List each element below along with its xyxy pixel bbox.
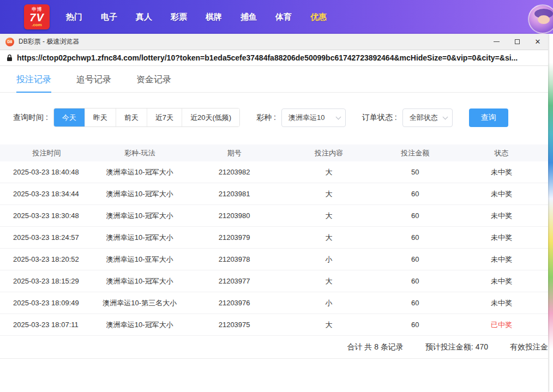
nav-item-fishing[interactable]: 捕鱼 <box>241 12 257 22</box>
cell-issue: 21203980 <box>187 212 282 220</box>
cell-bet-content: 大 <box>282 276 376 286</box>
cell-bet-time: 2025-03-23 18:09:49 <box>0 299 93 307</box>
site-nav: 热门 电子 真人 彩票 棋牌 捕鱼 体育 优惠 <box>66 12 327 22</box>
tab-bet-records[interactable]: 投注记录 <box>16 66 51 93</box>
cell-status: 未中奖 <box>455 276 548 286</box>
nav-item-lottery[interactable]: 彩票 <box>171 12 187 22</box>
cell-bet-content: 小 <box>282 298 376 308</box>
address-bar[interactable]: https://ctop02pchwp1.zfnc84.com/lottery/… <box>0 50 548 66</box>
header-game-play: 彩种-玩法 <box>93 148 187 158</box>
screen: 申博 7V .com 热门 电子 真人 彩票 棋牌 捕鱼 体育 优惠 D8 DB… <box>0 0 553 392</box>
url-text[interactable]: https://ctop02pchwp1.zfnc84.com/lottery/… <box>17 53 518 62</box>
summary-expected-amount: 预计投注金额: 470 <box>425 342 488 352</box>
nav-item-promo[interactable]: 优惠 <box>310 12 327 22</box>
browser-window: D8 DB彩票 - 极速浏览器 ✕ https://ctop02pchwp1.z… <box>0 34 548 392</box>
order-status-value: 全部状态 <box>410 113 438 123</box>
record-tabs: 投注记录 追号记录 资金记录 <box>0 66 548 93</box>
summary-valid-amount: 有效投注金额 <box>510 342 548 352</box>
cell-bet-content: 大 <box>282 233 376 243</box>
nav-item-sports[interactable]: 体育 <box>275 12 292 22</box>
tab-fund-records[interactable]: 资金记录 <box>136 66 171 93</box>
close-button[interactable]: ✕ <box>527 34 548 50</box>
lottery-select[interactable]: 澳洲幸运10 <box>281 108 346 127</box>
summary-total: 合计 共 8 条记录 <box>347 342 403 352</box>
cell-issue: 21203982 <box>187 168 282 176</box>
order-status-select[interactable]: 全部状态 <box>402 108 453 127</box>
status-filter-label: 订单状态 : <box>362 113 397 123</box>
cell-bet-content: 小 <box>282 255 376 264</box>
maximize-button[interactable] <box>507 34 527 50</box>
lottery-select-value: 澳洲幸运10 <box>288 113 324 123</box>
cell-bet-content: 大 <box>282 167 376 177</box>
cell-bet-amount: 60 <box>375 277 455 285</box>
cell-game-play: 澳洲幸运10-冠军大小 <box>93 320 187 330</box>
time-option-yesterday[interactable]: 昨天 <box>85 108 116 126</box>
cell-bet-time: 2025-03-23 18:40:48 <box>0 168 93 176</box>
table-header: 投注时间 彩种-玩法 期号 投注内容 投注金额 状态 <box>0 144 548 161</box>
cell-bet-time: 2025-03-23 18:24:57 <box>0 233 93 242</box>
cell-bet-amount: 60 <box>375 190 455 198</box>
cell-bet-time: 2025-03-23 18:34:44 <box>0 190 93 198</box>
table-row: 2025-03-23 18:07:11 澳洲幸运10-冠军大小 21203975… <box>0 314 548 336</box>
cell-bet-time: 2025-03-23 18:30:48 <box>0 212 93 220</box>
table-row: 2025-03-23 18:30:48 澳洲幸运10-冠军大小 21203980… <box>0 205 548 227</box>
cell-issue: 21203976 <box>187 299 282 307</box>
lottery-filter-label: 彩种 : <box>256 113 276 123</box>
time-option-20days[interactable]: 近20天(低频) <box>182 108 239 126</box>
minimize-icon <box>494 41 500 42</box>
cell-status: 未中奖 <box>455 233 548 243</box>
maximize-icon <box>515 39 520 44</box>
table-row: 2025-03-23 18:24:57 澳洲幸运10-冠军大小 21203979… <box>0 227 548 249</box>
page-content: 投注记录 追号记录 资金记录 查询时间 : 今天 昨天 前天 近7天 近20天(… <box>0 66 548 392</box>
close-icon: ✕ <box>535 38 541 45</box>
logo-main-text: 7V <box>29 12 44 23</box>
background-page-sliver <box>548 34 553 392</box>
tab-chase-records[interactable]: 追号记录 <box>76 66 111 93</box>
nav-item-chess[interactable]: 棋牌 <box>206 12 222 22</box>
cell-status: 已中奖 <box>455 320 548 330</box>
cell-issue: 21203978 <box>187 255 282 263</box>
cell-bet-time: 2025-03-23 18:15:29 <box>0 277 93 285</box>
cell-game-play: 澳洲幸运10-冠军大小 <box>93 189 187 199</box>
time-filter-label: 查询时间 : <box>13 113 48 123</box>
cell-status: 未中奖 <box>455 167 548 177</box>
cell-bet-amount: 60 <box>375 212 455 220</box>
minimize-button[interactable] <box>486 34 507 50</box>
search-button[interactable]: 查询 <box>469 108 508 127</box>
nav-item-live[interactable]: 真人 <box>136 12 152 22</box>
time-filter-group: 今天 昨天 前天 近7天 近20天(低频) <box>53 108 240 127</box>
time-option-7days[interactable]: 近7天 <box>147 108 182 126</box>
cell-issue: 21203979 <box>187 233 282 242</box>
lock-icon <box>7 54 13 62</box>
cell-bet-amount: 60 <box>375 321 455 329</box>
cell-status: 未中奖 <box>455 189 548 199</box>
site-topbar: 申博 7V .com 热门 电子 真人 彩票 棋牌 捕鱼 体育 优惠 <box>0 0 553 34</box>
time-option-today[interactable]: 今天 <box>54 108 85 126</box>
cell-bet-amount: 60 <box>375 233 455 242</box>
time-option-day-before[interactable]: 前天 <box>116 108 147 126</box>
filter-row: 查询时间 : 今天 昨天 前天 近7天 近20天(低频) 彩种 : 澳洲幸运10… <box>13 108 548 127</box>
site-logo[interactable]: 申博 7V .com <box>24 4 50 29</box>
table-row: 2025-03-23 18:40:48 澳洲幸运10-冠军大小 21203982… <box>0 161 548 183</box>
cell-issue: 21203981 <box>187 190 282 198</box>
cell-game-play: 澳洲幸运10-冠军大小 <box>93 233 187 243</box>
header-issue: 期号 <box>187 148 282 158</box>
table-row: 2025-03-23 18:34:44 澳洲幸运10-冠军大小 21203981… <box>0 183 548 205</box>
nav-item-hot[interactable]: 热门 <box>66 12 82 22</box>
cell-bet-time: 2025-03-23 18:07:11 <box>0 321 93 329</box>
header-status: 状态 <box>455 148 548 158</box>
user-avatar[interactable] <box>528 4 553 34</box>
window-title: DB彩票 - 极速浏览器 <box>19 37 79 46</box>
cell-bet-content: 大 <box>282 189 376 199</box>
cell-bet-amount: 50 <box>375 168 455 176</box>
chevron-down-icon <box>442 114 448 119</box>
cell-game-play: 澳洲幸运10-第三名大小 <box>93 298 187 308</box>
table-row: 2025-03-23 18:20:52 澳洲幸运10-亚军大小 21203978… <box>0 249 548 270</box>
cell-status: 未中奖 <box>455 298 548 308</box>
cell-bet-time: 2025-03-23 18:20:52 <box>0 255 93 263</box>
cell-issue: 21203975 <box>187 321 282 329</box>
browser-titlebar[interactable]: D8 DB彩票 - 极速浏览器 ✕ <box>0 34 548 50</box>
cell-bet-content: 大 <box>282 211 376 221</box>
header-bet-amount: 投注金额 <box>375 148 455 158</box>
nav-item-electronic[interactable]: 电子 <box>101 12 117 22</box>
